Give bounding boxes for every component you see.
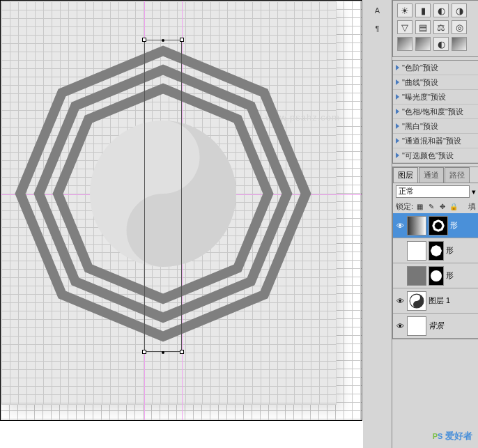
character-panel-icon[interactable]: A (370, 3, 385, 18)
preset-bw[interactable]: "黑白"预设 (393, 119, 478, 134)
levels-icon[interactable]: ▮ (415, 3, 431, 17)
transform-handle-br[interactable] (180, 350, 184, 354)
paragraph-panel-icon[interactable]: ¶ (370, 21, 385, 36)
layer-thumb[interactable] (407, 266, 426, 286)
layer-name[interactable]: 形 (446, 245, 454, 256)
curves-icon[interactable]: ◐ (433, 3, 449, 17)
chevron-right-icon (396, 109, 399, 114)
brightness-icon[interactable]: ☀ (397, 3, 413, 17)
chevron-right-icon (396, 65, 399, 70)
hue-sat-icon[interactable]: ▤ (415, 20, 431, 34)
layer-mask-thumb[interactable] (429, 241, 444, 261)
tab-paths[interactable]: 路径 (445, 167, 470, 183)
layer-row[interactable]: 👁 图层 1 (393, 288, 478, 314)
panel-tabs: 图层 通道 路径 (393, 167, 478, 183)
lock-pixels-icon[interactable]: ✎ (426, 202, 435, 211)
layer-row[interactable]: 👁 背景 (393, 314, 478, 339)
layer-name[interactable]: 形 (450, 220, 458, 231)
preset-levels[interactable]: "色阶"预设 (393, 61, 478, 75)
layer-thumb[interactable] (407, 216, 426, 235)
preset-exposure[interactable]: "曝光度"预设 (393, 90, 478, 105)
color-balance-icon[interactable]: ⚖ (433, 20, 449, 34)
transform-bounds[interactable] (144, 40, 182, 352)
layer-row[interactable]: 形 (393, 238, 478, 263)
layer-row[interactable]: 👁 形 (393, 213, 478, 238)
vibrance-icon[interactable]: ▽ (397, 20, 413, 34)
preset-hue[interactable]: "色相/饱和度"预设 (393, 105, 478, 119)
invert-icon[interactable] (397, 37, 413, 51)
panels-column: ☀ ▮ ◐ ◑ ▽ ▤ ⚖ ◎ ◐ "色阶"预设 "曲线"预设 "曝光度"预设 … (392, 0, 478, 448)
transform-handle-bl[interactable] (142, 350, 146, 354)
preset-curves[interactable]: "曲线"预设 (393, 75, 478, 90)
transform-handle-tl[interactable] (142, 38, 146, 42)
layer-thumb[interactable] (407, 316, 426, 336)
chevron-right-icon (396, 79, 399, 85)
layer-name[interactable]: 形 (446, 270, 454, 281)
visibility-icon[interactable] (395, 271, 405, 281)
lock-row: 锁定: ▦ ✎ ✥ 🔒 填 (393, 200, 478, 213)
layer-name[interactable]: 图层 1 (429, 295, 450, 306)
layer-thumb[interactable] (407, 241, 426, 261)
svg-marker-2 (435, 222, 442, 229)
lock-all-icon[interactable]: 🔒 (449, 202, 458, 211)
chevron-right-icon (396, 94, 399, 100)
canvas[interactable]: www.psahz.com (0, 0, 362, 421)
exposure-icon[interactable]: ◑ (452, 3, 467, 17)
chevron-right-icon (396, 138, 399, 144)
presets-panel: "色阶"预设 "曲线"预设 "曝光度"预设 "色相/饱和度"预设 "黑白"预设 … (392, 60, 478, 164)
chevron-right-icon (396, 123, 399, 129)
layer-thumb[interactable] (407, 291, 426, 311)
visibility-icon[interactable] (395, 246, 405, 256)
layer-mask-thumb[interactable] (429, 216, 448, 235)
chevron-right-icon (396, 153, 399, 158)
preset-channel-mixer[interactable]: "通道混和器"预设 (393, 134, 478, 148)
bw-icon[interactable]: ◎ (452, 20, 467, 34)
lock-label: 锁定: (396, 201, 413, 212)
panel-rail: A ¶ (363, 0, 392, 448)
transform-handle-tr[interactable] (180, 38, 184, 42)
transform-handle-bm[interactable] (162, 351, 164, 354)
tab-layers[interactable]: 图层 (393, 167, 418, 183)
layer-name[interactable]: 背景 (429, 320, 444, 331)
posterize-icon[interactable] (415, 37, 431, 51)
layers-panel: 图层 通道 路径 正常 ▾ 锁定: ▦ ✎ ✥ 🔒 填 👁 形 (392, 167, 478, 339)
transform-handle-tm[interactable] (162, 39, 164, 42)
visibility-icon[interactable]: 👁 (395, 321, 405, 331)
visibility-icon[interactable]: 👁 (395, 221, 405, 231)
layer-row[interactable]: 形 (393, 263, 478, 288)
lock-transparency-icon[interactable]: ▦ (415, 202, 424, 211)
blend-mode-select[interactable]: 正常 (396, 185, 470, 198)
layer-mask-thumb[interactable] (429, 266, 444, 286)
lock-position-icon[interactable]: ✥ (438, 202, 447, 211)
visibility-icon[interactable]: 👁 (395, 296, 405, 306)
watermark-logo: PS 爱好者 (433, 429, 472, 442)
tab-channels[interactable]: 通道 (419, 167, 444, 183)
canvas-area: www.psahz.com (0, 0, 363, 448)
threshold-icon[interactable]: ◐ (433, 37, 449, 51)
preset-selective-color[interactable]: "可选颜色"预设 (393, 148, 478, 163)
fill-label: 填 (468, 201, 476, 212)
svg-marker-3 (431, 245, 442, 256)
layers-list: 👁 形 形 形 👁 (393, 213, 478, 339)
gradient-map-icon[interactable] (452, 37, 467, 51)
adjustments-panel: ☀ ▮ ◐ ◑ ▽ ▤ ⚖ ◎ ◐ (392, 0, 478, 57)
